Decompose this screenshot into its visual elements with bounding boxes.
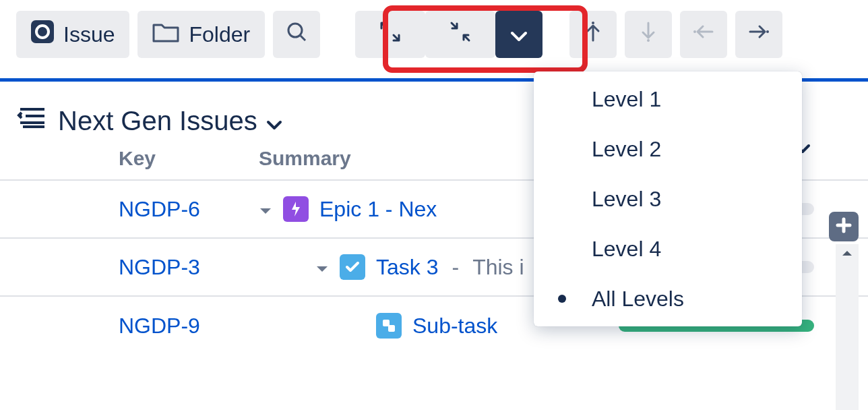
issue-key[interactable]: NGDP-3 — [119, 255, 259, 280]
indent-button[interactable] — [735, 11, 782, 58]
chevron-down-icon — [510, 22, 528, 47]
svg-point-4 — [647, 39, 650, 42]
expand-toggle-icon[interactable] — [259, 197, 272, 222]
svg-point-5 — [693, 30, 696, 33]
issue-label: Issue — [63, 22, 115, 47]
svg-rect-7 — [383, 320, 390, 326]
scrollbar[interactable] — [836, 244, 859, 410]
expand-icon — [378, 20, 402, 49]
svg-rect-0 — [31, 20, 54, 43]
folder-icon — [152, 21, 179, 48]
svg-rect-8 — [388, 325, 395, 332]
move-up-button[interactable] — [569, 11, 617, 58]
task-icon — [340, 254, 365, 280]
board-title: Next Gen Issues — [58, 106, 257, 136]
level-option[interactable]: Level 3 — [534, 174, 802, 224]
outdent-button[interactable] — [680, 11, 727, 58]
issue-summary[interactable]: Task 3 — [376, 255, 438, 280]
board-selector[interactable]: Next Gen Issues — [58, 106, 282, 136]
structure-icon — [20, 106, 47, 136]
issue-key[interactable]: NGDP-6 — [119, 197, 259, 222]
svg-point-2 — [288, 24, 302, 37]
circle-icon — [31, 20, 54, 49]
level-option[interactable]: All Levels — [534, 274, 802, 324]
add-column-button[interactable] — [829, 212, 859, 241]
issue-key[interactable]: NGDP-9 — [119, 314, 259, 339]
plus-icon — [836, 217, 852, 236]
svg-point-3 — [592, 22, 594, 24]
chevron-down-icon — [267, 106, 282, 136]
move-down-button[interactable] — [625, 11, 672, 58]
subtask-icon — [376, 313, 402, 339]
expand-button[interactable] — [355, 11, 425, 58]
collapse-icon — [448, 20, 472, 49]
arrow-down-icon — [638, 22, 658, 47]
level-dropdown: Level 1 Level 2 Level 3 Level 4 All Leve… — [534, 71, 802, 326]
folder-button[interactable]: Folder — [137, 11, 265, 58]
level-dropdown-button[interactable] — [495, 11, 542, 58]
arrow-left-icon — [693, 22, 714, 47]
expand-toggle-icon[interactable] — [315, 255, 329, 280]
toolbar: Issue Folder — [0, 0, 868, 74]
search-icon — [285, 20, 308, 49]
separator: - — [452, 255, 459, 280]
arrow-right-icon — [749, 22, 769, 47]
arrow-up-icon — [583, 22, 603, 47]
selected-indicator-icon — [558, 295, 566, 303]
svg-point-6 — [766, 30, 769, 33]
level-option[interactable]: Level 1 — [534, 74, 802, 124]
issue-summary[interactable]: Sub-task — [412, 314, 497, 339]
issue-extra-text: This i — [472, 255, 524, 280]
issue-button[interactable]: Issue — [16, 11, 129, 58]
issue-summary[interactable]: Epic 1 - Nex — [319, 197, 437, 222]
folder-label: Folder — [189, 22, 250, 47]
col-header-key[interactable]: Key — [119, 147, 259, 170]
level-option[interactable]: Level 2 — [534, 124, 802, 174]
scroll-up-icon[interactable] — [836, 244, 859, 262]
level-option[interactable]: Level 4 — [534, 224, 802, 274]
epic-icon — [283, 196, 309, 222]
search-button[interactable] — [273, 11, 320, 58]
collapse-button[interactable] — [425, 11, 495, 58]
